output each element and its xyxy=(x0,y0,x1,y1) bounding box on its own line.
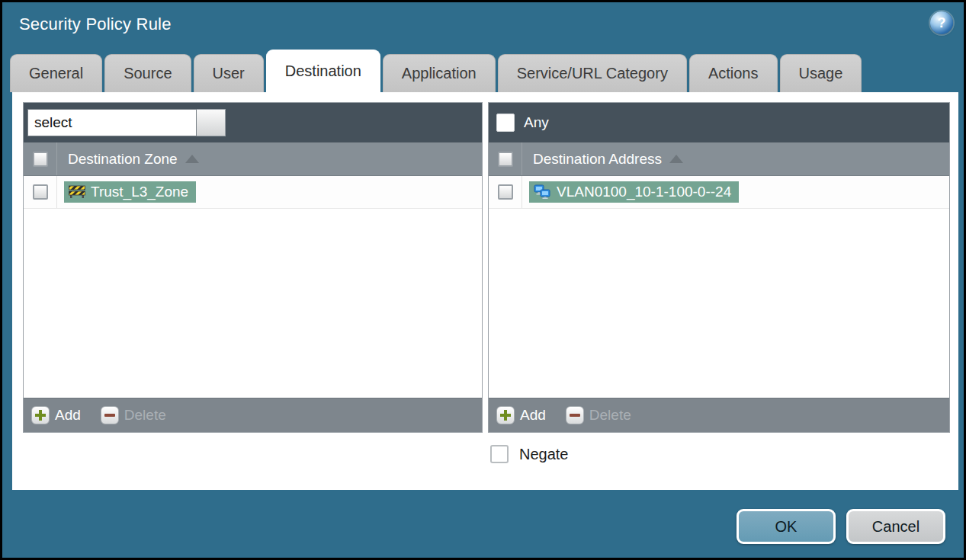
zone-tag-label: Trust_L3_Zone xyxy=(91,184,188,200)
tab-actions[interactable]: Actions xyxy=(689,54,778,92)
sort-asc-icon[interactable] xyxy=(185,155,199,163)
zone-column-header-label[interactable]: Destination Zone xyxy=(68,151,178,168)
address-column-header: Destination Address xyxy=(489,142,949,176)
zone-delete-button[interactable]: Delete xyxy=(101,406,166,424)
zone-barrier-icon xyxy=(69,185,85,198)
address-add-button[interactable]: Add xyxy=(496,406,546,424)
zone-select-input[interactable] xyxy=(27,109,197,136)
tab-source[interactable]: Source xyxy=(104,54,191,92)
add-icon xyxy=(496,406,515,424)
address-add-label: Add xyxy=(520,407,546,424)
zone-add-label: Add xyxy=(55,407,81,424)
tab-usage[interactable]: Usage xyxy=(780,54,862,92)
tab-application[interactable]: Application xyxy=(383,54,496,92)
add-icon xyxy=(31,406,50,424)
address-list: VLAN0100_10-1-100-0--24 xyxy=(489,176,949,398)
address-tag-label: VLAN0100_10-1-100-0--24 xyxy=(557,184,731,200)
zone-panel-footer: Add Delete xyxy=(24,398,482,432)
zone-add-button[interactable]: Add xyxy=(31,406,81,424)
destination-tab-content: Destination Zone xyxy=(12,92,958,490)
zone-delete-label: Delete xyxy=(124,407,166,424)
network-hosts-icon xyxy=(534,184,551,199)
any-label: Any xyxy=(524,114,549,131)
zone-row-checkbox[interactable] xyxy=(33,184,48,200)
delete-icon xyxy=(566,406,584,424)
negate-label: Negate xyxy=(519,446,569,463)
any-checkbox[interactable] xyxy=(496,114,515,132)
zone-select-dropdown-button[interactable] xyxy=(197,109,226,136)
zone-list-item[interactable]: Trust_L3_Zone xyxy=(24,176,482,209)
zone-select-combo xyxy=(27,109,226,136)
address-select-all-checkbox[interactable] xyxy=(498,152,513,167)
address-panel-toolbar: Any xyxy=(489,103,949,142)
address-panel-footer: Add Delete xyxy=(489,398,949,432)
negate-checkbox[interactable] xyxy=(490,445,509,463)
destination-address-panel: Any Destination Address xyxy=(488,102,950,433)
tab-bar: General Source User Destination Applicat… xyxy=(10,50,864,92)
address-delete-button[interactable]: Delete xyxy=(566,406,631,424)
tab-user[interactable]: User xyxy=(194,54,264,92)
sort-asc-icon[interactable] xyxy=(669,155,683,163)
address-row-checkbox[interactable] xyxy=(498,184,513,200)
zone-panel-toolbar xyxy=(24,103,482,142)
ok-button[interactable]: OK xyxy=(737,509,836,544)
tab-destination[interactable]: Destination xyxy=(266,50,380,92)
help-icon[interactable]: ? xyxy=(930,11,953,34)
cancel-button[interactable]: Cancel xyxy=(846,509,945,544)
zone-column-header: Destination Zone xyxy=(24,142,482,176)
zone-tag[interactable]: Trust_L3_Zone xyxy=(64,181,196,203)
address-delete-label: Delete xyxy=(589,407,631,424)
address-tag[interactable]: VLAN0100_10-1-100-0--24 xyxy=(529,181,739,203)
address-list-item[interactable]: VLAN0100_10-1-100-0--24 xyxy=(489,176,949,209)
negate-control: Negate xyxy=(490,445,569,463)
tab-general[interactable]: General xyxy=(10,54,102,92)
zone-select-all-checkbox[interactable] xyxy=(33,152,48,167)
delete-icon xyxy=(101,406,119,424)
tab-service-url-category[interactable]: Service/URL Category xyxy=(498,54,687,92)
dialog-title: Security Policy Rule xyxy=(19,14,172,34)
security-policy-rule-dialog: Security Policy Rule ? General Source Us… xyxy=(0,0,966,560)
zone-list: Trust_L3_Zone xyxy=(24,176,482,398)
address-column-header-label[interactable]: Destination Address xyxy=(533,151,662,168)
destination-zone-panel: Destination Zone xyxy=(23,102,483,433)
